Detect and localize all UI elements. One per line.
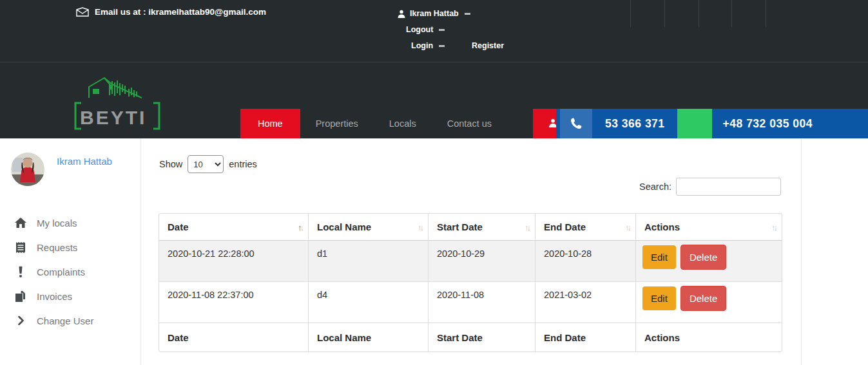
table-header-row: Date↑↓ Local Name↑↓ Start Date↑↓ End Dat… (159, 213, 782, 241)
header-date[interactable]: Date↑↓ (159, 213, 309, 241)
header-actions[interactable]: Actions↑↓ (636, 213, 782, 241)
topbar-divider (630, 0, 631, 27)
sidebar-user-name[interactable]: Ikram Hattab (57, 156, 112, 167)
home-icon (14, 218, 27, 228)
site-header: Email us at : ikramelhattab90@gmail.com … (0, 0, 868, 138)
footer-local-name: Local Name (309, 323, 429, 352)
footer-end-date: End Date (535, 323, 636, 352)
search-control: Search: (639, 178, 781, 196)
cell-date: 2020-11-08 22:37:00 (159, 282, 309, 323)
table-row: 2020-11-08 22:37:00 d4 2020-11-08 2021-0… (159, 282, 782, 323)
sidebar-item-invoices[interactable]: Invoices (0, 284, 140, 308)
green-accent-block (677, 109, 712, 138)
sort-icon: ↑↓ (525, 223, 529, 232)
entries-control: Show 10 entries (159, 155, 257, 173)
edit-button[interactable]: Edit (642, 245, 676, 269)
header-end-date[interactable]: End Date↑↓ (535, 213, 636, 241)
table-body: 2020-10-21 22:28:00 d1 2020-10-29 2020-1… (159, 241, 782, 323)
footer-start-date: Start Date (429, 323, 535, 352)
topbar-user-menu: Ikram Hattab Logout Login Register (398, 9, 504, 57)
cell-end-date: 2021-03-02 (535, 282, 636, 323)
sidebar-item-label: Requests (37, 242, 77, 253)
entries-label: entries (229, 159, 257, 169)
sidebar-item-label: Complaints (37, 267, 85, 277)
topbar-user-name: Ikram Hattab (410, 9, 459, 18)
topbar-divider (664, 0, 665, 27)
header-start-date[interactable]: Start Date↑↓ (429, 213, 535, 241)
sidebar-item-label: My locals (37, 218, 77, 229)
nav-contact-us[interactable]: Contact us (432, 109, 507, 138)
phone-bar: 53 366 371 +48 732 035 004 (556, 109, 868, 138)
nav-locals[interactable]: Locals (374, 109, 432, 138)
sort-icon: ↑↓ (771, 223, 776, 232)
chevron-right-icon (14, 316, 27, 325)
sidebar-item-label: Change User (37, 315, 93, 326)
main-content: Show 10 entries Search: Date↑↓ Local Nam… (141, 138, 802, 365)
invoices-icon (14, 291, 27, 302)
caret-icon (439, 45, 445, 47)
delete-button[interactable]: Delete (680, 286, 726, 311)
delete-button[interactable]: Delete (680, 245, 726, 270)
entries-select[interactable]: 10 (188, 155, 224, 173)
sidebar-item-my-locals[interactable]: My locals (0, 211, 140, 235)
search-label: Search: (639, 182, 671, 192)
header-local-name[interactable]: Local Name↑↓ (309, 213, 429, 241)
cell-start-date: 2020-11-08 (429, 282, 535, 323)
topbar-user[interactable]: Ikram Hattab (398, 9, 504, 18)
cell-actions: Edit Delete (636, 282, 782, 323)
beyti-logo[interactable]: BEYTI (70, 72, 166, 134)
cell-local-name: d1 (309, 241, 429, 282)
show-label: Show (159, 159, 182, 169)
cell-actions: Edit Delete (636, 241, 782, 282)
sidebar-item-change-user[interactable]: Change User (0, 308, 140, 333)
topbar: Email us at : ikramelhattab90@gmail.com … (0, 0, 868, 62)
user-icon (398, 10, 405, 18)
sort-icon: ↑↓ (625, 223, 630, 232)
caret-icon (465, 13, 470, 15)
nav-home[interactable]: Home (240, 109, 300, 138)
email-text: Email us at : ikramelhattab90@gmail.com (95, 7, 266, 17)
sort-icon: ↑↓ (418, 223, 422, 232)
svg-text:BEYTI: BEYTI (80, 107, 146, 128)
topbar-divider (766, 0, 766, 27)
sidebar-item-label: Invoices (37, 291, 72, 302)
topbar-divider (731, 0, 732, 27)
receipt-icon (14, 242, 27, 253)
sidebar-item-complaints[interactable]: Complaints (0, 259, 140, 284)
edit-button[interactable]: Edit (642, 286, 676, 310)
contact-email[interactable]: Email us at : ikramelhattab90@gmail.com (76, 7, 266, 17)
sort-icon: ↑↓ (298, 223, 302, 232)
nav-properties[interactable]: Properties (300, 109, 374, 138)
login-link[interactable]: Login (411, 41, 433, 50)
caret-icon (439, 29, 445, 31)
table-footer-row: Date Local Name Start Date End Date Acti… (159, 323, 782, 352)
cell-date: 2020-10-21 22:28:00 (159, 241, 309, 282)
phone-number-primary[interactable]: 53 366 371 (605, 117, 665, 131)
locals-table: Date↑↓ Local Name↑↓ Start Date↑↓ End Dat… (159, 213, 782, 352)
logout-link[interactable]: Logout (406, 25, 504, 34)
exclamation-icon (14, 267, 27, 277)
footer-date: Date (159, 323, 309, 352)
footer-actions: Actions (636, 323, 782, 352)
cell-start-date: 2020-10-29 (429, 241, 535, 282)
sidebar: Ikram Hattab My locals Requests Complain… (0, 138, 141, 365)
table-row: 2020-10-21 22:28:00 d1 2020-10-29 2020-1… (159, 241, 782, 282)
sidebar-menu: My locals Requests Complaints Invoices C… (0, 211, 140, 333)
register-link[interactable]: Register (472, 41, 504, 50)
envelope-icon (76, 7, 89, 17)
topbar-divider (699, 0, 699, 27)
cell-local-name: d4 (309, 282, 429, 323)
search-input[interactable] (676, 178, 781, 196)
phone-icon (560, 109, 592, 138)
cell-end-date: 2020-10-28 (535, 241, 636, 282)
avatar[interactable] (11, 153, 44, 186)
logout-label: Logout (406, 25, 433, 34)
phone-number-secondary[interactable]: +48 732 035 004 (723, 117, 813, 131)
sidebar-item-requests[interactable]: Requests (0, 235, 140, 259)
